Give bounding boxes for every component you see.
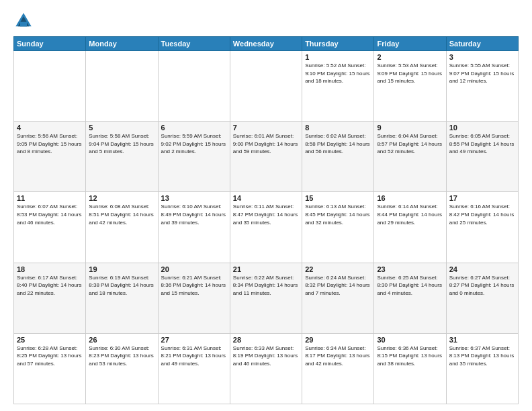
day-info: Sunrise: 6:01 AM Sunset: 9:00 PM Dayligh… [233,132,299,156]
calendar-cell: 27Sunrise: 6:31 AM Sunset: 8:21 PM Dayli… [158,333,230,404]
calendar-cell: 30Sunrise: 6:36 AM Sunset: 8:15 PM Dayli… [374,333,446,404]
day-info: Sunrise: 6:33 AM Sunset: 8:19 PM Dayligh… [233,345,299,368]
calendar-cell: 20Sunrise: 6:21 AM Sunset: 8:36 PM Dayli… [158,263,230,333]
week-row-1: 1Sunrise: 5:52 AM Sunset: 9:10 PM Daylig… [14,51,519,122]
calendar-cell [14,51,86,122]
day-info: Sunrise: 5:59 AM Sunset: 9:02 PM Dayligh… [161,132,227,156]
day-number: 13 [161,194,227,202]
calendar-cell: 10Sunrise: 6:05 AM Sunset: 8:55 PM Dayli… [446,122,518,192]
day-number: 12 [89,194,154,202]
calendar-cell: 11Sunrise: 6:07 AM Sunset: 8:53 PM Dayli… [14,192,86,263]
day-info: Sunrise: 6:13 AM Sunset: 8:45 PM Dayligh… [305,203,371,226]
day-number: 25 [17,336,83,344]
day-info: Sunrise: 6:36 AM Sunset: 8:15 PM Dayligh… [377,345,443,368]
day-info: Sunrise: 6:07 AM Sunset: 8:53 PM Dayligh… [17,203,83,226]
day-number: 20 [161,265,227,273]
calendar-cell: 17Sunrise: 6:16 AM Sunset: 8:42 PM Dayli… [446,192,518,263]
calendar-cell: 19Sunrise: 6:19 AM Sunset: 8:38 PM Dayli… [86,263,158,333]
day-number: 24 [449,265,515,273]
day-number: 28 [233,336,299,344]
day-number: 14 [233,194,299,202]
day-header-thursday: Thursday [302,37,374,51]
day-info: Sunrise: 6:28 AM Sunset: 8:25 PM Dayligh… [17,345,83,368]
day-number: 5 [89,124,154,132]
day-number: 27 [161,336,227,344]
day-info: Sunrise: 5:56 AM Sunset: 9:05 PM Dayligh… [17,132,83,156]
calendar-cell: 18Sunrise: 6:17 AM Sunset: 8:40 PM Dayli… [14,263,86,333]
calendar-cell [158,51,230,122]
week-row-5: 25Sunrise: 6:28 AM Sunset: 8:25 PM Dayli… [14,333,519,404]
day-info: Sunrise: 5:55 AM Sunset: 9:07 PM Dayligh… [449,62,515,85]
calendar-cell: 6Sunrise: 5:59 AM Sunset: 9:02 PM Daylig… [158,122,230,192]
calendar-cell: 16Sunrise: 6:14 AM Sunset: 8:44 PM Dayli… [374,192,446,263]
day-info: Sunrise: 6:27 AM Sunset: 8:27 PM Dayligh… [449,274,515,298]
day-number: 15 [305,194,371,202]
calendar-cell: 14Sunrise: 6:11 AM Sunset: 8:47 PM Dayli… [230,192,302,263]
calendar-cell: 15Sunrise: 6:13 AM Sunset: 8:45 PM Dayli… [302,192,374,263]
day-info: Sunrise: 5:58 AM Sunset: 9:04 PM Dayligh… [89,132,154,156]
day-number: 26 [89,336,154,344]
day-info: Sunrise: 6:04 AM Sunset: 8:57 PM Dayligh… [377,132,443,156]
calendar-cell: 31Sunrise: 6:37 AM Sunset: 8:13 PM Dayli… [446,333,518,404]
day-info: Sunrise: 5:53 AM Sunset: 9:09 PM Dayligh… [377,62,443,85]
calendar-cell: 21Sunrise: 6:22 AM Sunset: 8:34 PM Dayli… [230,263,302,333]
calendar-cell: 12Sunrise: 6:08 AM Sunset: 8:51 PM Dayli… [86,192,158,263]
week-row-2: 4Sunrise: 5:56 AM Sunset: 9:05 PM Daylig… [14,122,519,192]
calendar-cell: 22Sunrise: 6:24 AM Sunset: 8:32 PM Dayli… [302,263,374,333]
day-header-friday: Friday [374,37,446,51]
day-info: Sunrise: 6:02 AM Sunset: 8:58 PM Dayligh… [305,132,371,156]
calendar-cell: 23Sunrise: 6:25 AM Sunset: 8:30 PM Dayli… [374,263,446,333]
day-number: 8 [305,124,371,132]
day-number: 17 [449,194,515,202]
day-number: 29 [305,336,371,344]
calendar-cell: 26Sunrise: 6:30 AM Sunset: 8:23 PM Dayli… [86,333,158,404]
day-info: Sunrise: 6:11 AM Sunset: 8:47 PM Dayligh… [233,203,299,226]
calendar-cell: 24Sunrise: 6:27 AM Sunset: 8:27 PM Dayli… [446,263,518,333]
day-number: 18 [17,265,83,273]
day-number: 3 [449,53,515,61]
calendar-body: 1Sunrise: 5:52 AM Sunset: 9:10 PM Daylig… [14,51,519,404]
day-number: 30 [377,336,443,344]
day-number: 23 [377,265,443,273]
day-info: Sunrise: 6:19 AM Sunset: 8:38 PM Dayligh… [89,274,154,298]
page: SundayMondayTuesdayWednesdayThursdayFrid… [0,0,532,411]
day-number: 10 [449,124,515,132]
day-number: 6 [161,124,227,132]
calendar-header: SundayMondayTuesdayWednesdayThursdayFrid… [14,37,519,51]
day-info: Sunrise: 6:14 AM Sunset: 8:44 PM Dayligh… [377,203,443,226]
days-of-week-row: SundayMondayTuesdayWednesdayThursdayFrid… [14,37,519,51]
day-info: Sunrise: 6:30 AM Sunset: 8:23 PM Dayligh… [89,345,154,368]
day-number: 19 [89,265,154,273]
day-header-wednesday: Wednesday [230,37,302,51]
day-number: 1 [305,53,371,61]
header [13,11,519,31]
day-header-tuesday: Tuesday [158,37,230,51]
day-info: Sunrise: 6:24 AM Sunset: 8:32 PM Dayligh… [305,274,371,298]
day-number: 2 [377,53,443,61]
day-info: Sunrise: 6:37 AM Sunset: 8:13 PM Dayligh… [449,345,515,368]
day-info: Sunrise: 6:10 AM Sunset: 8:49 PM Dayligh… [161,203,227,226]
svg-rect-2 [20,22,27,27]
calendar-cell: 5Sunrise: 5:58 AM Sunset: 9:04 PM Daylig… [86,122,158,192]
day-info: Sunrise: 6:17 AM Sunset: 8:40 PM Dayligh… [17,274,83,298]
calendar: SundayMondayTuesdayWednesdayThursdayFrid… [13,36,519,404]
calendar-cell: 7Sunrise: 6:01 AM Sunset: 9:00 PM Daylig… [230,122,302,192]
day-info: Sunrise: 6:16 AM Sunset: 8:42 PM Dayligh… [449,203,515,226]
logo [13,11,36,31]
calendar-cell: 2Sunrise: 5:53 AM Sunset: 9:09 PM Daylig… [374,51,446,122]
calendar-cell: 1Sunrise: 5:52 AM Sunset: 9:10 PM Daylig… [302,51,374,122]
logo-icon [13,11,34,31]
calendar-cell: 25Sunrise: 6:28 AM Sunset: 8:25 PM Dayli… [14,333,86,404]
day-number: 16 [377,194,443,202]
calendar-cell: 4Sunrise: 5:56 AM Sunset: 9:05 PM Daylig… [14,122,86,192]
week-row-4: 18Sunrise: 6:17 AM Sunset: 8:40 PM Dayli… [14,263,519,333]
calendar-cell [230,51,302,122]
calendar-cell: 3Sunrise: 5:55 AM Sunset: 9:07 PM Daylig… [446,51,518,122]
calendar-cell [86,51,158,122]
calendar-cell: 13Sunrise: 6:10 AM Sunset: 8:49 PM Dayli… [158,192,230,263]
day-number: 7 [233,124,299,132]
calendar-cell: 28Sunrise: 6:33 AM Sunset: 8:19 PM Dayli… [230,333,302,404]
day-info: Sunrise: 6:22 AM Sunset: 8:34 PM Dayligh… [233,274,299,298]
day-number: 22 [305,265,371,273]
day-info: Sunrise: 6:31 AM Sunset: 8:21 PM Dayligh… [161,345,227,368]
